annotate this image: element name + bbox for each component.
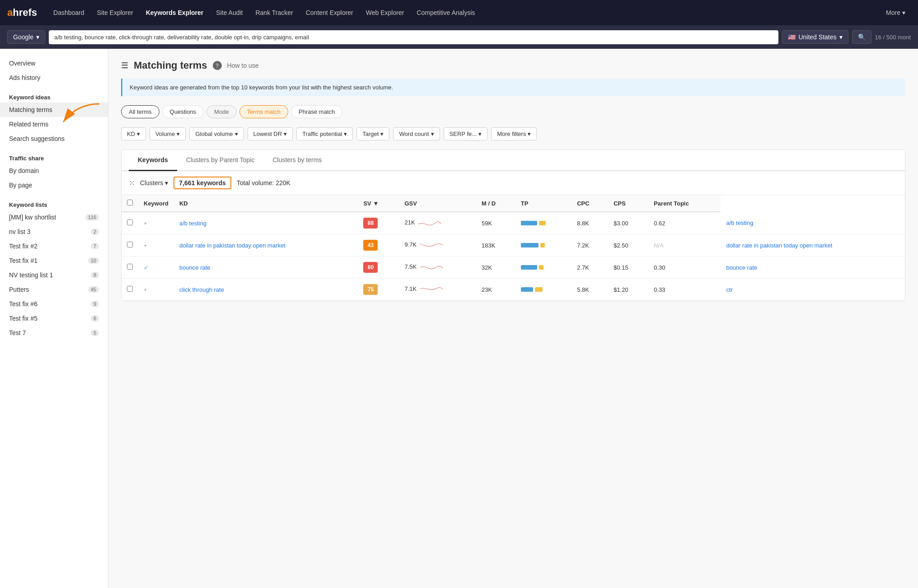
cluster-tab-parent-topic[interactable]: Clusters by Parent Topic <box>177 150 263 171</box>
row-checkbox[interactable] <box>127 286 133 292</box>
keyword-link[interactable]: dollar rate in pakistan today open marke… <box>179 242 286 249</box>
th-gsv[interactable]: GSV <box>399 195 477 212</box>
filter-btn-more-filters[interactable]: More filters ▾ <box>491 127 537 140</box>
th-keyword: Keyword <box>138 195 174 212</box>
tab-phrase-match[interactable]: Phrase match <box>291 105 342 118</box>
sidebar-item-overview[interactable]: Overview <box>0 56 108 70</box>
parent-topic-cell: bounce rate <box>721 257 905 279</box>
cluster-info-row: ⁙ Clusters ▾ 7,661 keywords Total volume… <box>122 171 905 195</box>
row-checkbox[interactable] <box>127 219 133 225</box>
search-button[interactable]: 🔍 <box>852 30 871 44</box>
filter-btn-target[interactable]: Target ▾ <box>356 127 389 140</box>
keyword-search-input[interactable]: a/b testing, bounce rate, click-through … <box>49 30 778 44</box>
cluster-tab-terms[interactable]: Clusters by terms <box>263 150 331 171</box>
sidebar-kw-list-item[interactable]: Test fix #56 <box>0 311 108 326</box>
sidebar: Overview Ads history Keyword ideas Match… <box>0 49 108 588</box>
tab-mode[interactable]: Mode <box>206 105 237 118</box>
row-checkbox[interactable] <box>127 264 133 270</box>
nav-more[interactable]: More ▾ <box>881 5 911 20</box>
md-bar-yellow <box>540 243 545 247</box>
cps-cell: N/A <box>648 234 721 257</box>
sidebar-item-by-domain[interactable]: By domain <box>0 163 108 178</box>
keyword-lists: [MM] kw shortlist116nv list 32Test fix #… <box>0 210 108 340</box>
gsv-cell: 23K <box>476 279 515 301</box>
sv-sparkline <box>420 240 443 251</box>
th-parent-topic[interactable]: Parent Topic <box>648 195 721 212</box>
nav-item-keywords-explorer[interactable]: Keywords Explorer <box>141 5 209 20</box>
kd-badge: 43 <box>363 240 378 251</box>
th-md[interactable]: M / D <box>476 195 515 212</box>
sidebar-kw-list-item[interactable]: nv list 32 <box>0 224 108 239</box>
sv-value: 7.1K <box>405 285 417 292</box>
nav-item-competitive-analysis[interactable]: Competitive Analysis <box>411 5 480 20</box>
sidebar-kw-list-item[interactable]: Test fix #27 <box>0 239 108 253</box>
sidebar-item-search-suggestions[interactable]: Search suggestions <box>0 131 108 146</box>
th-cpc[interactable]: CPC <box>571 195 608 212</box>
parent-topic-link[interactable]: ctr <box>726 286 732 293</box>
md-cell <box>515 212 571 234</box>
keyword-link[interactable]: bounce rate <box>179 264 211 271</box>
info-box: Keyword ideas are generated from the top… <box>121 79 905 96</box>
nav-item-site-audit[interactable]: Site Audit <box>211 5 248 20</box>
tab-row: All terms Questions Mode Terms match Phr… <box>121 105 905 118</box>
table-row: ✓ bounce rate 80 7.5K 32K 2.7K $0.15 0.3… <box>122 257 905 279</box>
keyword-link[interactable]: a/b testing <box>179 220 206 227</box>
nav-item-content-explorer[interactable]: Content Explorer <box>300 5 359 20</box>
filter-btn-global-volume[interactable]: Global volume ▾ <box>189 127 244 140</box>
sidebar-item-ads-history[interactable]: Ads history <box>0 70 108 85</box>
country-selector[interactable]: 🇺🇸 United States ▾ <box>782 30 848 44</box>
engine-selector[interactable]: Google ▾ <box>7 30 45 44</box>
filter-btn-volume[interactable]: Volume ▾ <box>150 127 186 140</box>
keyword-link[interactable]: click through rate <box>179 286 224 293</box>
sidebar-kw-list-item[interactable]: Test 75 <box>0 326 108 340</box>
clusters-dropdown[interactable]: Clusters ▾ <box>140 179 168 187</box>
sidebar-item-by-page[interactable]: By page <box>0 178 108 192</box>
sidebar-kw-list-item[interactable]: Putters45 <box>0 282 108 297</box>
sidebar-kw-list-item[interactable]: Test fix #69 <box>0 297 108 311</box>
nav-item-rank-tracker[interactable]: Rank Tracker <box>250 5 298 20</box>
sidebar-kw-list-item[interactable]: [MM] kw shortlist116 <box>0 210 108 224</box>
tab-terms-match[interactable]: Terms match <box>239 105 288 118</box>
th-cps[interactable]: CPS <box>608 195 648 212</box>
filter-btn-serp-fe...[interactable]: SERP fe... ▾ <box>444 127 487 140</box>
keyword-cell: dollar rate in pakistan today open marke… <box>174 234 358 257</box>
md-bar-yellow <box>539 265 543 270</box>
cpc-cell: $2.50 <box>608 234 648 257</box>
th-tp[interactable]: TP <box>515 195 571 212</box>
filter-btn-traffic-potential[interactable]: Traffic potential ▾ <box>296 127 353 140</box>
sv-value: 7.5K <box>405 263 417 270</box>
parent-topic-link[interactable]: a/b testing <box>726 219 753 226</box>
kd-badge: 88 <box>363 218 378 229</box>
tab-questions[interactable]: Questions <box>162 105 204 118</box>
add-icon[interactable]: + <box>144 242 147 249</box>
sidebar-kw-list-item[interactable]: Test fix #110 <box>0 253 108 268</box>
row-checkbox[interactable] <box>127 242 133 247</box>
logo[interactable]: ahrefs <box>7 7 37 19</box>
sidebar-item-matching-terms[interactable]: Matching terms <box>0 103 108 117</box>
th-kd[interactable]: KD <box>174 195 358 212</box>
parent-topic-link[interactable]: bounce rate <box>726 264 757 271</box>
nav-item-web-explorer[interactable]: Web Explorer <box>361 5 410 20</box>
nav-item-dashboard[interactable]: Dashboard <box>48 5 90 20</box>
select-all-checkbox[interactable] <box>127 200 133 205</box>
sv-value: 21K <box>405 219 415 226</box>
sidebar-item-related-terms[interactable]: Related terms <box>0 117 108 131</box>
nav-items: DashboardSite ExplorerKeywords ExplorerS… <box>48 5 877 20</box>
nav-item-site-explorer[interactable]: Site Explorer <box>92 5 139 20</box>
filter-btn-kd[interactable]: KD ▾ <box>121 127 146 140</box>
sv-cell: 9.7K <box>399 234 477 257</box>
filter-btn-lowest-dr[interactable]: Lowest DR ▾ <box>248 127 293 140</box>
add-icon[interactable]: + <box>144 220 147 227</box>
tab-all-terms[interactable]: All terms <box>121 105 159 118</box>
hamburger-icon[interactable]: ☰ <box>121 61 128 70</box>
table-row: + a/b testing 88 21K 59K 8.8K $3.00 0.62 <box>122 212 905 234</box>
kd-cell: 80 <box>358 257 399 279</box>
add-icon[interactable]: + <box>144 286 147 293</box>
help-icon[interactable]: ? <box>213 61 222 70</box>
sidebar-kw-list-item[interactable]: NV testing list 18 <box>0 268 108 282</box>
parent-topic-link[interactable]: dollar rate in pakistan today open marke… <box>726 242 832 249</box>
cluster-tab-keywords[interactable]: Keywords <box>129 150 177 171</box>
how-to-use-link[interactable]: How to use <box>227 62 259 69</box>
filter-btn-word-count[interactable]: Word count ▾ <box>393 127 440 140</box>
th-sv[interactable]: SV ▼ <box>358 195 399 212</box>
